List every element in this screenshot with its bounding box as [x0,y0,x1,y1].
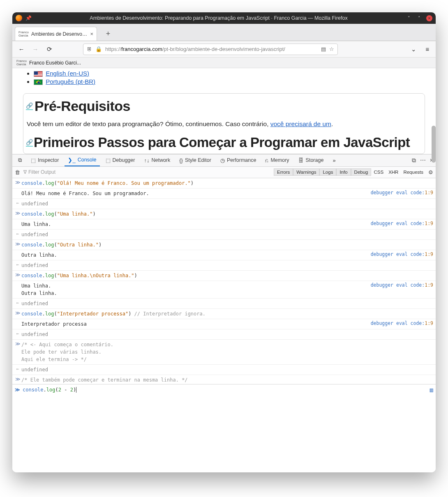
prompt-icon: ≫ [15,387,20,393]
input-marker-icon [14,179,21,185]
window-titlebar: 📌 Ambientes de Desenvolvimento: Preparan… [12,12,436,24]
browser-tab[interactable]: Franco Garcia Ambientes de Desenvolvimen… [15,27,97,41]
new-tab-button[interactable]: + [102,28,114,40]
pin-icon[interactable]: 📌 [25,15,32,21]
console-return: undefined [21,200,433,207]
lang-pt[interactable]: Português (pt-BR) [34,78,436,85]
filter-css[interactable]: CSS [371,169,386,175]
filter-requests[interactable]: Requests [401,169,426,175]
link-editor[interactable]: você precisará de um [270,120,331,127]
console-output: console.log("Olá! Meu nome é Franco. Sou… [12,178,436,384]
forward-button: → [30,44,40,54]
tab-console[interactable]: ❯_Console [65,154,99,166]
filter-input[interactable]: ∇Filter Output [23,169,55,175]
bookmarks-bar: Franco Garcia Franco Eusébio Garci... [12,58,436,68]
console-settings-icon[interactable]: ⚙ [428,169,433,175]
tab-inspector[interactable]: ⬚Inspector [28,154,62,166]
tab-style-editor[interactable]: {}Style Editor [176,154,215,166]
page-content: English (en-US) Português (pt-BR) 🔗 Pré-… [12,68,436,472]
console-output-line: Olá! Meu nome é Franco. Sou um programad… [21,190,367,197]
tab-performance[interactable]: ◷Performance [217,154,260,166]
heading-prerequisitos: Pré-Requisitos [35,99,130,114]
console-input-line: console.log("Olá! Meu nome é Franco. Sou… [21,179,433,187]
devtools-tabs: ⧉ ⬚Inspector ❯_Console ⬚Debugger ↑↓Netwo… [12,154,436,167]
filter-errors[interactable]: Errors [274,168,293,176]
scrollbar-thumb[interactable] [432,126,436,163]
more-icon[interactable]: ⋯ [420,157,426,164]
filter-xhr[interactable]: XHR [386,169,401,175]
devtools-panel: ⧉ ⬚Inspector ❯_Console ⬚Debugger ↑↓Netwo… [12,154,436,396]
reader-mode-icon[interactable]: ▤ [321,46,326,52]
filter-info[interactable]: Info [336,168,351,176]
filter-warnings[interactable]: Warnings [293,168,319,176]
reload-button[interactable]: ⟳ [44,44,54,54]
back-button[interactable]: ← [16,44,26,54]
anchor-link-icon[interactable]: 🔗 [26,102,33,110]
bookmark-item[interactable]: Franco Eusébio Garci... [29,60,81,66]
url-text: https://francogarcia.com/pt-br/blog/ambi… [105,46,318,52]
tab-favicon: Franco Garcia [18,31,29,37]
flag-us-icon [34,71,43,77]
editor-mode-icon[interactable]: ▥ [430,387,433,393]
tab-storage[interactable]: 🗄Storage [295,154,327,166]
flag-br-icon [34,79,43,85]
tab-close-icon[interactable]: × [90,31,93,37]
bookmark-star-icon[interactable]: ☆ [329,46,334,52]
tab-bar: Franco Garcia Ambientes de Desenvolvimen… [12,24,436,41]
address-bar[interactable]: ⛨ 🔒 https://francogarcia.com/pt-br/blog/… [83,44,338,55]
tab-label: Ambientes de Desenvolvimen [31,31,88,37]
console-filter-bar: 🗑 ∇Filter Output Errors Warnings Logs In… [12,167,436,178]
language-list: English (en-US) Português (pt-BR) [12,70,436,85]
tab-memory[interactable]: ⎌Memory [262,154,292,166]
console-input[interactable]: ≫ console.log(2 - 2) ▥ [12,384,436,396]
window-title: Ambientes de Desenvolvimento: Preparando… [32,15,406,21]
bookmark-favicon: Franco Garcia [16,60,27,65]
lang-en[interactable]: English (en-US) [34,70,436,77]
clear-console-icon[interactable]: 🗑 [15,169,20,175]
article: 🔗 Pré-Requisitos Você tem um editor de t… [23,93,425,154]
filter-debug[interactable]: Debug [351,168,372,176]
tabs-overflow-icon[interactable]: » [329,154,339,166]
lock-icon[interactable]: 🔒 [95,46,102,52]
filter-logs[interactable]: Logs [319,168,336,176]
firefox-icon [16,15,22,21]
heading-primeiros-passos: Primeiros Passos para Começar a Programa… [34,135,410,150]
pocket-icon[interactable]: ⌄ [409,45,418,53]
shield-icon[interactable]: ⛨ [87,46,92,52]
tab-debugger[interactable]: ⬚Debugger [102,154,139,166]
maximize-button[interactable]: ˄ [416,15,422,21]
url-bar: ← → ⟳ ⛨ 🔒 https://francogarcia.com/pt-br… [12,41,436,58]
dock-mode-icon[interactable]: ⧉ [15,154,25,166]
tab-network[interactable]: ↑↓Network [141,154,173,166]
anchor-link-icon[interactable]: 🔗 [26,139,33,147]
paragraph: Você tem um editor de texto para program… [27,120,421,128]
minimize-button[interactable]: ˅ [406,15,412,21]
close-window-button[interactable]: × [426,15,432,21]
source-link[interactable]: debugger eval code:1:9 [371,190,433,196]
return-marker-icon [14,200,21,206]
responsive-mode-icon[interactable]: ⧉ [412,157,416,164]
menu-icon[interactable]: ≡ [423,45,432,53]
